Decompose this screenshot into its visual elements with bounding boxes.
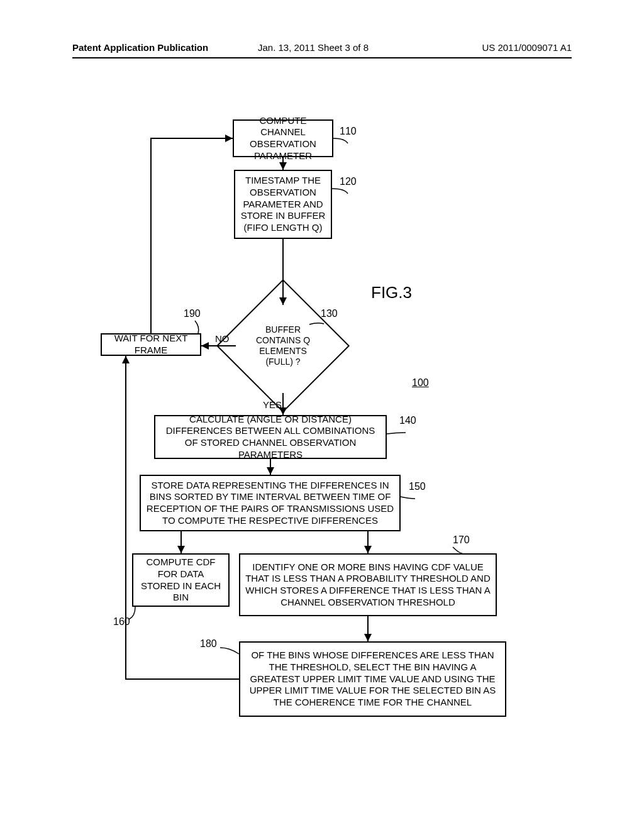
figure-ref-100: 100 (412, 377, 429, 389)
step-150: STORE DATA REPRESENTING THE DIFFERENCES … (140, 475, 401, 531)
decision-130: BUFFER CONTAINS Q ELEMENTS (FULL) ? (236, 299, 330, 393)
header-mid: Jan. 13, 2011 Sheet 3 of 8 (258, 42, 369, 53)
label-yes: YES (263, 399, 282, 410)
header-left: Patent Application Publication (72, 42, 208, 53)
figure-label: FIG.3 (371, 283, 412, 302)
step-170: IDENTIFY ONE OR MORE BINS HAVING CDF VAL… (239, 553, 497, 616)
step-110: COMPUTE CHANNEL OBSERVATION PARAMETER (233, 119, 333, 157)
ref-180: 180 (200, 638, 217, 650)
decision-130-text: BUFFER CONTAINS Q ELEMENTS (FULL) ? (236, 299, 330, 393)
flowchart: FIG.3 100 COMPUTE CHANNEL OBSERVATION PA… (101, 119, 553, 773)
ref-140: 140 (399, 415, 416, 426)
label-no: NO (215, 333, 230, 344)
step-180: OF THE BINS WHOSE DIFFERENCES ARE LESS T… (239, 641, 506, 717)
ref-120: 120 (340, 176, 357, 187)
ref-190: 190 (184, 308, 201, 319)
header-right: US 2011/0009071 A1 (482, 42, 572, 53)
ref-170: 170 (453, 534, 470, 546)
step-160: COMPUTE CDF FOR DATA STORED IN EACH BIN (132, 553, 230, 607)
step-120: TIMESTAMP THE OBSERVATION PARAMETER AND … (234, 170, 332, 239)
ref-130: 130 (321, 308, 338, 319)
ref-150: 150 (409, 481, 426, 492)
step-140: CALCULATE (ANGLE OR DISTANCE) DIFFERENCE… (154, 415, 387, 459)
ref-160: 160 (113, 616, 130, 628)
step-190: WAIT FOR NEXT FRAME (101, 333, 201, 356)
page: Patent Application Publication Jan. 13, … (0, 0, 644, 830)
ref-110: 110 (340, 126, 357, 137)
page-header: Patent Application Publication Jan. 13, … (72, 55, 572, 58)
